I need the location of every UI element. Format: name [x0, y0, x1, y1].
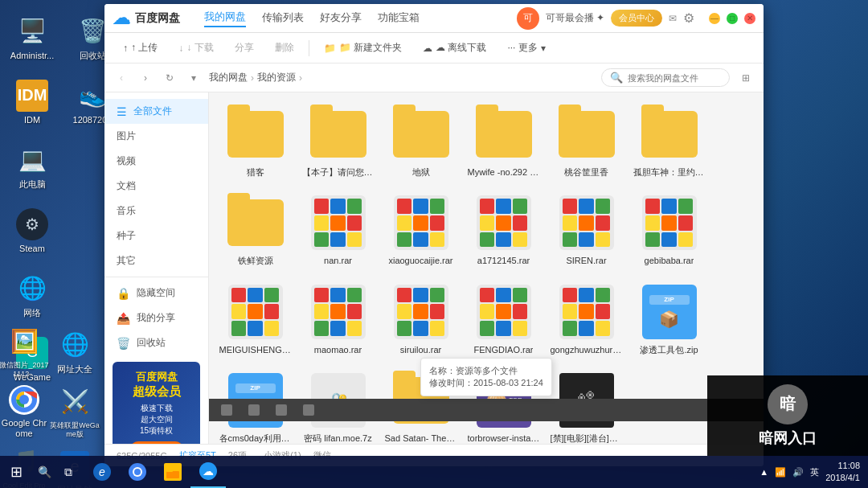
- search-input[interactable]: [628, 73, 716, 83]
- taskbar-baidu[interactable]: ☁: [190, 456, 226, 488]
- desktop-icon-weixinimg[interactable]: 🖼️ 微信图片_20171112...: [0, 322, 52, 382]
- svg-rect-12: [166, 467, 173, 472]
- file-item-gebibaba[interactable]: gebibaba.rar: [631, 189, 707, 271]
- file-name-a1712145: a1712145.rar: [477, 255, 530, 266]
- file-item-nan[interactable]: nan.rar 名称：资源等多个文件 修改时间：2015-08-03 21:24: [300, 189, 376, 271]
- file-item-mywife[interactable]: Mywife -no.292 Eri...: [465, 100, 542, 182]
- file-name-shentou: 渗透工具包.zip: [640, 344, 698, 355]
- taskbar-chrome[interactable]: [120, 456, 155, 488]
- taskbar-file-explorer[interactable]: [155, 456, 190, 488]
- sidebar-item-my-share[interactable]: 📤 我的分享: [104, 306, 208, 330]
- refresh-button[interactable]: ↻: [161, 69, 178, 87]
- desktop-icon-idm[interactable]: IDM IDM: [4, 72, 60, 133]
- dark-overlay-avatar: 暗: [768, 384, 808, 424]
- file-item-fengdiao[interactable]: FENGDIAO.rar: [465, 278, 542, 360]
- maximize-button[interactable]: □: [727, 13, 738, 24]
- file-item-hunter[interactable]: 猎客: [217, 100, 293, 182]
- file-item-bz[interactable]: 【本子】请问您今天...: [300, 100, 376, 182]
- file-item-maomao[interactable]: maomao.rar: [300, 278, 376, 360]
- tray-up-icon[interactable]: ▲: [760, 467, 768, 477]
- download-button[interactable]: ↓ ↓ 下载: [172, 38, 219, 58]
- grid-view-button[interactable]: ⊞: [736, 68, 755, 88]
- sidebar-item-all-files[interactable]: ☰ 全部文件: [104, 99, 208, 124]
- selected-item-4: [303, 404, 314, 416]
- file-item-siruilou[interactable]: siruilou.rar: [383, 278, 459, 360]
- file-name-gongzhu: gongzhuwuzhuren.r...: [551, 344, 623, 355]
- offline-download-button[interactable]: ☁ ☁ 离线下载: [416, 38, 493, 58]
- search-icon: 🔍: [610, 72, 623, 84]
- sidebar-item-music[interactable]: 音乐: [104, 199, 208, 223]
- nav-my-disk[interactable]: 我的网盘: [204, 10, 246, 27]
- desktop-icons-col5: ⚔️ 英雄联盟WeGame版: [51, 382, 99, 442]
- desktop-icons-col4: Google Chrome: [0, 382, 48, 442]
- task-view-button[interactable]: ⧉: [56, 456, 80, 488]
- forward-button[interactable]: ›: [137, 69, 154, 87]
- file-item-gongzhu[interactable]: gongzhuwuzhuren.r...: [548, 278, 624, 360]
- file-tooltip: 名称：资源等多个文件 修改时间：2015-08-03 21:24: [420, 358, 552, 396]
- upload-button[interactable]: ↑ ↑ 上传: [117, 38, 164, 58]
- desktop-icon-network[interactable]: 🌐 网络: [4, 265, 60, 326]
- taskbar-time: 11:08 2018/4/1: [825, 460, 860, 485]
- search-button[interactable]: 🔍: [32, 456, 56, 488]
- desktop-icon-wangzhidaquan[interactable]: 🌐 网址大全: [47, 322, 103, 382]
- desktop-icon-computer[interactable]: 💻 此电脑: [4, 137, 60, 197]
- desktop-icon-chrome[interactable]: Google Chrome: [0, 382, 52, 442]
- file-item-tiexian[interactable]: 铁鲜资源: [217, 189, 293, 271]
- window-controls: — □ ✕: [709, 13, 755, 24]
- file-name-gudan: 孤胆车神：里约热内...: [633, 166, 706, 178]
- folder-icon-hunter: [227, 105, 285, 163]
- nav-friends[interactable]: 好友分享: [320, 10, 362, 27]
- file-item-shentou[interactable]: ZIP 📦 渗透工具包.zip: [631, 278, 707, 360]
- desktop-icons-col3: 🌐 网址大全: [51, 322, 99, 382]
- breadcrumb-current[interactable]: 我的资源: [257, 71, 296, 84]
- back-button[interactable]: ‹: [113, 69, 130, 87]
- taskbar-ie[interactable]: e: [84, 456, 120, 488]
- desktop-icon-steam[interactable]: ⚙ Steam: [4, 201, 60, 261]
- logo-area: ☁ 百度网盘: [113, 8, 180, 29]
- taskbar-tray-icons: ▲ 📶 🔊 英: [760, 466, 819, 478]
- settings-icon[interactable]: ⚙: [683, 10, 694, 26]
- user-avatar: 可: [517, 7, 539, 30]
- desktop-icon-yingxiong[interactable]: ⚔️ 英雄联盟WeGame版: [47, 382, 103, 442]
- file-item-siren[interactable]: SIREN.rar: [548, 189, 624, 271]
- nav-tools[interactable]: 功能宝箱: [378, 10, 420, 27]
- rar-icon-siruilou: [392, 283, 450, 341]
- volume-tray-icon[interactable]: 🔊: [792, 467, 804, 478]
- sidebar-item-images[interactable]: 图片: [104, 124, 208, 149]
- file-item-taogu[interactable]: 桃谷筐里香: [548, 100, 624, 182]
- more-button[interactable]: ··· 更多 ▾: [501, 38, 551, 58]
- dark-overlay: 暗 暗网入口: [707, 375, 868, 456]
- file-item-diyu[interactable]: 地狱: [383, 100, 459, 182]
- minimize-button[interactable]: —: [709, 13, 720, 24]
- sidebar-item-videos[interactable]: 视频: [104, 149, 208, 174]
- sidebar-item-docs[interactable]: 文档: [104, 174, 208, 199]
- share-button[interactable]: 分享: [228, 38, 260, 58]
- file-name-bz: 【本子】请问您今天...: [302, 166, 375, 178]
- breadcrumb-root[interactable]: 我的网盘: [209, 71, 248, 84]
- sidebar-item-seeds[interactable]: 种子: [104, 223, 208, 248]
- new-folder-button[interactable]: 📁 📁 新建文件夹: [317, 38, 408, 58]
- date-display: 2018/4/1: [825, 472, 860, 484]
- file-item-gudan[interactable]: 孤胆车神：里约热内...: [631, 100, 707, 182]
- file-item-xiaoguocaijie[interactable]: xiaoguocaijie.rar: [383, 189, 459, 271]
- down-arrow-button[interactable]: ▾: [185, 69, 203, 87]
- desktop-icon-admin[interactable]: 🖥️ Administr...: [4, 8, 60, 68]
- zip-icon-shentou: ZIP 📦: [641, 283, 698, 341]
- delete-button[interactable]: 删除: [268, 38, 301, 58]
- ad-header: 百度网盘: [119, 370, 194, 384]
- file-item-a1712145[interactable]: a1712145.rar: [465, 189, 542, 271]
- start-button[interactable]: ⊞: [0, 456, 32, 488]
- sidebar-item-hidden[interactable]: 🔒 隐藏空间: [104, 281, 208, 306]
- svg-point-9: [134, 469, 141, 475]
- file-item-meiguisheng[interactable]: MEIGUISHENG(1).rar: [217, 278, 293, 360]
- vip-button[interactable]: 会员中心: [611, 10, 662, 27]
- chrome-label: Google Chrome: [0, 418, 49, 439]
- nav-transfer[interactable]: 传输列表: [262, 10, 304, 27]
- close-button[interactable]: ✕: [744, 13, 755, 24]
- network-label: 网络: [23, 308, 41, 318]
- sidebar-item-recycle[interactable]: 🗑️ 回收站: [104, 330, 208, 355]
- file-area: 猎客 【本子】请问您今天... 地狱: [209, 92, 764, 444]
- toolbar-separator: [309, 40, 309, 56]
- sidebar-item-other[interactable]: 其它: [104, 248, 208, 273]
- file-name-nan: nan.rar: [324, 255, 352, 266]
